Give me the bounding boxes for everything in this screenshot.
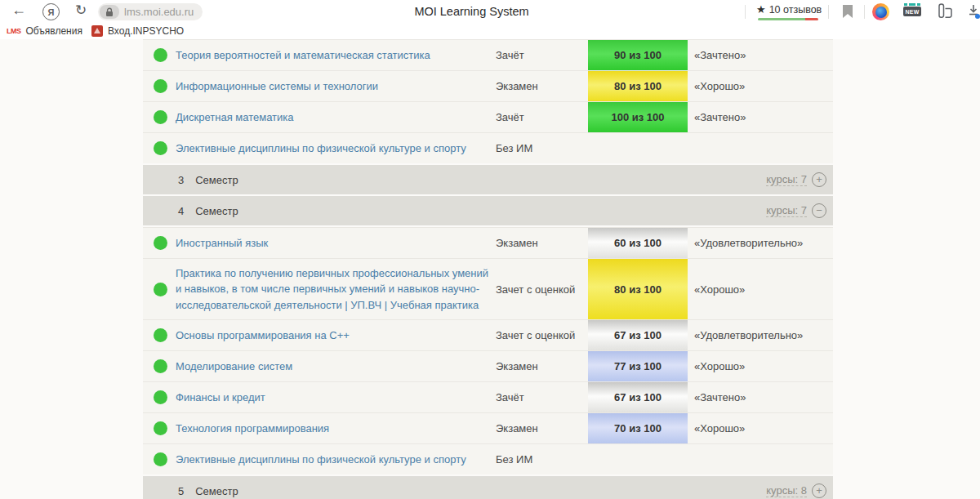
course-row: Теория вероятностей и математическая ста…	[143, 39, 833, 70]
grade-label: «Удовлетворительно»	[688, 237, 833, 249]
score-cell: 80 из 100	[588, 71, 688, 101]
score-badge: 67 из 100	[588, 320, 688, 350]
semester-label: Семестр	[195, 205, 238, 217]
bookmark-label: Объявления	[26, 25, 82, 37]
back-button[interactable]: ←	[11, 2, 26, 19]
control-type-label: Экзамен	[496, 237, 588, 249]
course-row: Основы программирования на C++Зачет с оц…	[143, 319, 833, 350]
score-cell: 90 из 100	[588, 40, 688, 70]
course-link[interactable]: Основы программирования на C++	[176, 323, 496, 349]
grade-label: «Хорошо»	[688, 422, 833, 434]
score-cell	[588, 133, 688, 163]
course-link[interactable]: Элективные дисциплины по физической куль…	[176, 447, 496, 473]
grade-label: «Зачтено»	[688, 49, 833, 61]
status-dot-icon	[154, 328, 167, 342]
toolbar-divider	[745, 5, 746, 19]
star-icon: ★	[756, 3, 766, 16]
semester-label: Семестр	[195, 174, 238, 186]
score-cell: 67 из 100	[588, 320, 688, 350]
score-cell: 77 из 100	[588, 351, 688, 381]
download-notification-dot	[975, 14, 980, 19]
course-link[interactable]: Технология программирования	[176, 416, 496, 442]
score-badge: 90 из 100	[588, 40, 688, 70]
grade-label: «Зачтено»	[688, 391, 833, 403]
status-dot-icon	[154, 110, 167, 124]
course-row: Технология программированияЭкзамен70 из …	[143, 412, 833, 443]
semester-number: 5	[178, 485, 184, 497]
control-type-label: Зачет с оценкой	[496, 283, 588, 296]
extension-globe-icon[interactable]	[872, 3, 889, 20]
course-link[interactable]: Теория вероятностей и математическая ста…	[176, 42, 496, 69]
course-link[interactable]: Финансы и кредит	[176, 385, 496, 411]
semester-label: Семестр	[195, 485, 238, 497]
grade-label: «Удовлетворительно»	[688, 329, 833, 341]
status-dot-icon	[154, 283, 167, 296]
expand-plus-icon[interactable]: +	[812, 483, 826, 498]
course-link[interactable]: Иностранный язык	[176, 230, 496, 256]
address-bar[interactable]: lms.moi.edu.ru	[98, 3, 203, 20]
grades-table: Теория вероятностей и математическая ста…	[143, 39, 833, 499]
grade-label: «Зачтено»	[688, 111, 833, 123]
grade-label: «Хорошо»	[688, 80, 833, 92]
toolbar-divider	[828, 5, 829, 19]
score-badge: 77 из 100	[588, 351, 688, 381]
control-type-label: Экзамен	[496, 80, 588, 92]
control-type-label: Зачёт	[496, 391, 588, 403]
course-row: Элективные дисциплины по физической куль…	[143, 443, 833, 474]
score-badge: 80 из 100	[588, 71, 688, 101]
course-row: Практика по получению первичных професси…	[143, 258, 833, 319]
score-cell: 60 из 100	[588, 228, 688, 258]
course-link[interactable]: Практика по получению первичных професси…	[176, 261, 496, 319]
course-row: Финансы и кредитЗачёт67 из 100«Зачтено»	[143, 381, 833, 412]
score-cell	[588, 444, 688, 474]
inpsycho-favicon	[91, 25, 103, 37]
bookmark-flag-icon[interactable]	[843, 5, 853, 18]
bookmark-item-inpsycho[interactable]: Вход.INPSYCHO	[91, 25, 184, 37]
status-dot-icon	[154, 141, 167, 155]
score-badge: 80 из 100	[588, 259, 688, 319]
bookmark-item-announcements[interactable]: LMS Объявления	[7, 25, 82, 37]
control-type-label: Экзамен	[496, 360, 588, 372]
course-link[interactable]: Информационные системы и технологии	[176, 74, 496, 100]
semester-number: 4	[178, 205, 184, 217]
semester-courses-link[interactable]: курсы: 7	[766, 173, 807, 186]
course-link[interactable]: Дискретная математика	[176, 105, 496, 131]
expand-plus-icon[interactable]: +	[812, 172, 826, 187]
collections-icon[interactable]	[936, 3, 956, 23]
new-feature-icon[interactable]: NEW	[903, 3, 921, 16]
semester-row: 5Семестркурсы: 8+	[143, 476, 833, 499]
course-row: Иностранный языкЭкзамен60 из 100«Удовлет…	[143, 227, 833, 258]
semester-courses-link[interactable]: курсы: 8	[766, 484, 807, 497]
score-cell: 100 из 100	[588, 102, 688, 132]
refresh-button[interactable]: ↻	[75, 2, 87, 19]
downloads-icon[interactable]	[968, 4, 980, 20]
score-badge: 70 из 100	[588, 413, 688, 443]
status-dot-icon	[154, 79, 167, 93]
yandex-icon[interactable]: Я	[42, 3, 60, 20]
course-link[interactable]: Элективные дисциплины по физической куль…	[176, 136, 496, 162]
course-row: Информационные системы и технологииЭкзам…	[143, 70, 833, 101]
control-type-label: Без ИМ	[496, 142, 588, 154]
score-badge: 60 из 100	[588, 228, 688, 258]
control-type-label: Экзамен	[496, 422, 588, 434]
score-badge: 67 из 100	[588, 382, 688, 412]
semester-courses-link[interactable]: курсы: 7	[766, 204, 807, 217]
status-dot-icon	[154, 359, 167, 373]
score-cell: 80 из 100	[588, 259, 688, 319]
page-title: MOI Learning System	[351, 5, 592, 18]
lock-icon[interactable]	[100, 5, 119, 19]
semester-row: 3Семестркурсы: 7+	[143, 165, 833, 194]
status-dot-icon	[154, 452, 167, 466]
score-badge: 100 из 100	[588, 102, 688, 132]
course-link[interactable]: Моделирование систем	[176, 354, 496, 380]
course-row: Дискретная математикаЗачёт100 из 100«Зач…	[143, 101, 833, 132]
expand-minus-icon[interactable]: −	[812, 203, 826, 218]
control-type-label: Зачет с оценкой	[496, 329, 588, 341]
site-rating-button[interactable]: ★ 10 отзывов	[756, 3, 822, 16]
new-badge-label: NEW	[903, 7, 921, 16]
grade-label: «Хорошо»	[688, 283, 833, 296]
rating-bar	[758, 18, 818, 20]
score-cell: 67 из 100	[588, 382, 688, 412]
score-cell: 70 из 100	[588, 413, 688, 443]
rating-label: 10 отзывов	[769, 4, 822, 16]
